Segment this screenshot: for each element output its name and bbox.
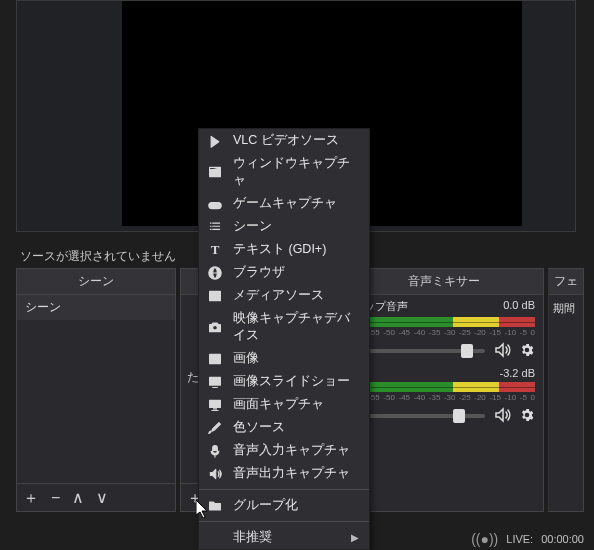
duration-label: 期間	[549, 295, 583, 322]
live-time: 00:00:00	[541, 533, 584, 545]
menu-item-image[interactable]: 画像	[199, 347, 369, 370]
channel-settings-button[interactable]	[519, 407, 535, 425]
menu-item-speaker[interactable]: 音声出力キャプチャ	[199, 462, 369, 485]
remove-scene-button[interactable]: −	[51, 490, 60, 506]
level-meter	[353, 382, 535, 392]
menu-item-label: ブラウザ	[233, 264, 359, 281]
brush-icon	[207, 420, 223, 436]
menu-separator	[199, 489, 369, 490]
transitions-header: フェ	[549, 269, 583, 295]
film-icon	[207, 288, 223, 304]
play-icon	[207, 133, 223, 149]
menu-item-label: 音声入力キャプチャ	[233, 442, 359, 459]
channel-db: -3.2 dB	[500, 367, 535, 379]
menu-item-label: 画像	[233, 350, 359, 367]
channel-settings-button[interactable]	[519, 342, 535, 360]
slider-thumb[interactable]	[453, 409, 465, 423]
level-meter	[353, 317, 535, 327]
no-source-selected-text: ソースが選択されていません	[20, 248, 176, 265]
menu-item-label: 色ソース	[233, 419, 359, 436]
live-indicator-icon: ((●))	[471, 531, 498, 547]
globe-icon	[207, 265, 223, 281]
menu-item-window[interactable]: ウィンドウキャプチャ	[199, 152, 369, 192]
move-scene-down-button[interactable]: ∨	[96, 490, 108, 506]
speaker-icon	[207, 466, 223, 482]
menu-item-label: メディアソース	[233, 287, 359, 304]
menu-item-label: ウィンドウキャプチャ	[233, 155, 359, 189]
folder-icon	[207, 498, 223, 514]
menu-item-list[interactable]: シーン	[199, 215, 369, 238]
menu-item-brush[interactable]: 色ソース	[199, 416, 369, 439]
camera-icon	[207, 319, 223, 335]
menu-item-mic[interactable]: 音声入力キャプチャ	[199, 439, 369, 462]
list-icon	[207, 219, 223, 235]
move-scene-up-button[interactable]: ∧	[72, 490, 84, 506]
menu-item-label: 映像キャプチャデバイス	[233, 310, 359, 344]
slider-thumb[interactable]	[461, 344, 473, 358]
speaker-icon[interactable]	[493, 341, 511, 361]
menu-item-play[interactable]: VLC ビデオソース	[199, 129, 369, 152]
scenes-header: シーン	[17, 269, 175, 295]
channel-db: 0.0 dB	[503, 299, 535, 314]
transitions-panel: フェ 期間	[548, 268, 584, 512]
add-source-context-menu: VLC ビデオソースウィンドウキャプチャゲームキャプチャシーンTテキスト (GD…	[198, 128, 370, 550]
menu-item-deprecated[interactable]: 非推奨▶	[199, 526, 369, 549]
window-icon	[207, 164, 223, 180]
menu-item-label: テキスト (GDI+)	[233, 241, 359, 258]
text-icon: T	[207, 242, 223, 258]
meter-ticks: -60-55-50-45-40-35-30-25-20-15-10-50	[353, 393, 535, 402]
menu-item-gamepad[interactable]: ゲームキャプチャ	[199, 192, 369, 215]
menu-item-label: VLC ビデオソース	[233, 132, 359, 149]
image-icon	[207, 351, 223, 367]
mixer-channel: トップ音声 0.0 dB -60-55-50-45-40-35-30-25-20…	[353, 299, 535, 361]
blank-icon	[207, 530, 223, 546]
mixer-header: 音声ミキサー	[345, 269, 543, 295]
submenu-arrow-icon: ▶	[351, 532, 359, 543]
add-scene-button[interactable]: ＋	[23, 490, 39, 506]
menu-item-monitor[interactable]: 画面キャプチャ	[199, 393, 369, 416]
menu-separator	[199, 521, 369, 522]
menu-item-label: ゲームキャプチャ	[233, 195, 359, 212]
menu-item-text[interactable]: Tテキスト (GDI+)	[199, 238, 369, 261]
scenes-panel: シーン シーン ＋ − ∧ ∨	[16, 268, 176, 512]
audio-mixer-panel: 音声ミキサー トップ音声 0.0 dB -60-55-50-45-40-35-3…	[344, 268, 544, 512]
menu-item-label: シーン	[233, 218, 359, 235]
menu-item-label: 非推奨	[233, 529, 341, 546]
menu-item-globe[interactable]: ブラウザ	[199, 261, 369, 284]
gamepad-icon	[207, 196, 223, 212]
menu-item-group[interactable]: グループ化	[199, 494, 369, 517]
monitor-icon	[207, 397, 223, 413]
scenes-footer: ＋ − ∧ ∨	[17, 483, 175, 511]
meter-ticks: -60-55-50-45-40-35-30-25-20-15-10-50	[353, 328, 535, 337]
menu-item-label: グループ化	[233, 497, 359, 514]
scene-item[interactable]: シーン	[17, 295, 175, 320]
menu-item-film[interactable]: メディアソース	[199, 284, 369, 307]
menu-item-camera[interactable]: 映像キャプチャデバイス	[199, 307, 369, 347]
menu-item-label: 画像スライドショー	[233, 373, 359, 390]
volume-slider[interactable]	[353, 349, 485, 353]
slides-icon	[207, 374, 223, 390]
volume-slider[interactable]	[353, 414, 485, 418]
menu-item-label: 画面キャプチャ	[233, 396, 359, 413]
speaker-icon[interactable]	[493, 406, 511, 426]
menu-item-label: 音声出力キャプチャ	[233, 465, 359, 482]
mixer-channel: -3.2 dB -60-55-50-45-40-35-30-25-20-15-1…	[353, 367, 535, 426]
live-label: LIVE:	[506, 533, 533, 545]
menu-item-slides[interactable]: 画像スライドショー	[199, 370, 369, 393]
mic-icon	[207, 443, 223, 459]
